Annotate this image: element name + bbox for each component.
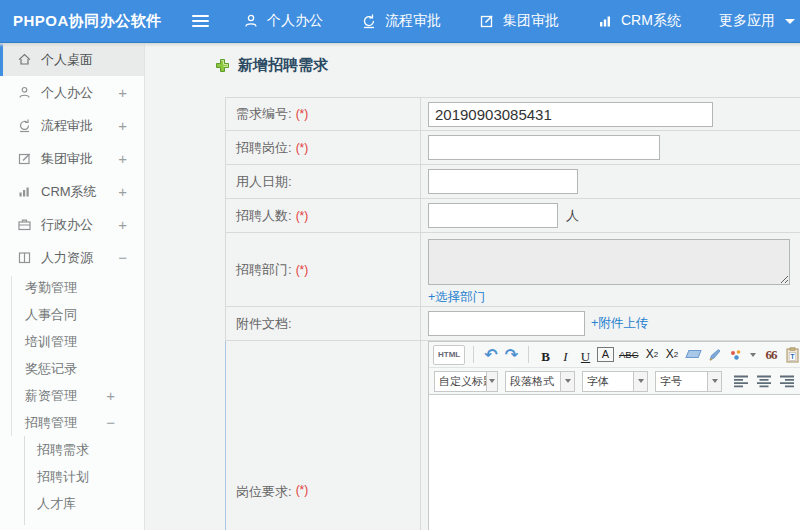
align-center-icon[interactable] [756,374,772,388]
demand-no-input[interactable] [428,102,713,127]
expand-toggle[interactable]: + [118,150,127,167]
underline-button[interactable]: U [577,345,594,365]
sub-item-label: 招聘计划 [37,468,89,486]
sidebar-item-training[interactable]: 培训管理 [0,328,144,355]
page-title: 新增招聘需求 [215,56,328,75]
topnav-group-approval[interactable]: 集团审批 [479,12,559,30]
format-brush-icon[interactable] [706,345,724,365]
sub-item-label: 奖惩记录 [25,360,77,378]
top-nav: 个人办公 流程审批 集团审批 CRM系统 更多应用 [243,12,795,30]
expand-toggle[interactable]: + [106,387,115,404]
align-left-icon[interactable] [733,374,749,388]
expand-toggle[interactable]: + [118,117,127,134]
sub-base: X [666,346,674,363]
caret-down-icon [707,372,721,391]
sidebar: 个人桌面 个人办公 + 流程审批 + 集团审批 + CRM系统 + 行政办公 + [0,43,145,530]
align-right-icon[interactable] [779,374,795,388]
sub-item-label: 招聘需求 [37,441,89,459]
expand-toggle[interactable]: + [118,183,127,200]
font-family-select[interactable]: 字体 [582,371,648,392]
sidebar-item-hr-contract[interactable]: 人事合同 [0,301,144,328]
form-row-position: 招聘岗位: (*) [225,131,800,165]
undo-button[interactable]: ↶ [482,345,499,365]
topnav-more-apps[interactable]: 更多应用 [719,12,795,30]
field-label: 岗位要求: [236,483,292,501]
topnav-crm-system[interactable]: CRM系统 [597,12,681,30]
select-value: 字号 [656,374,707,389]
paste-clipboard-icon[interactable]: T [783,345,800,365]
remove-format-eraser-icon[interactable] [685,350,701,358]
bar-chart-icon [597,13,613,29]
editor-toolbar-row2: 自定义标题 段落格式 字体 字号 [429,368,800,395]
select-department-link[interactable]: +选择部门 [428,289,485,306]
italic-button[interactable]: I [557,345,574,365]
required-mark: (*) [296,107,309,121]
top-bar: PHPOA协同办公软件 个人办公 流程审批 集团审批 CRM系统 [0,0,800,43]
sidebar-item-talent-pool[interactable]: 人才库 [0,490,144,517]
expand-toggle[interactable]: + [118,84,127,101]
attachment-input[interactable] [428,311,585,336]
paragraph-format-select[interactable]: 段落格式 [505,371,575,392]
sidebar-item-crm[interactable]: CRM系统 + [0,175,144,208]
strikethrough-button[interactable]: ABC [617,345,641,365]
collapse-toggle[interactable]: − [118,249,127,266]
sidebar-item-label: 个人桌面 [41,51,93,69]
sidebar-item-recruit-demand[interactable]: 招聘需求 [0,436,144,463]
required-mark: (*) [296,263,309,277]
sidebar-item-rewards[interactable]: 奖惩记录 [0,355,144,382]
form-row-demand-no: 需求编号: (*) [225,97,800,131]
sidebar-item-hr[interactable]: 人力资源 − [0,241,144,274]
hamburger-menu-icon[interactable] [192,15,209,27]
topnav-personal-office[interactable]: 个人办公 [243,12,323,30]
redo-button[interactable]: ↷ [503,345,520,365]
hire-date-input[interactable] [428,169,578,194]
field-label: 需求编号: [236,105,292,123]
caret-down-icon[interactable] [750,353,756,357]
topnav-label: 流程审批 [385,12,441,30]
emoticons-icon[interactable] [727,345,745,365]
expand-toggle[interactable]: + [118,216,127,233]
subscript-button[interactable]: X2 [664,345,681,365]
headcount-input[interactable] [428,203,558,228]
sidebar-item-recruit-plan[interactable]: 招聘计划 [0,463,144,490]
font-size-select[interactable]: 字号 [655,371,722,392]
sidebar-item-process-approval[interactable]: 流程审批 + [0,109,144,142]
sidebar-item-label: 人力资源 [41,249,93,267]
collapse-toggle[interactable]: − [106,414,115,431]
blockquote-button[interactable]: 66 [763,345,780,365]
sup-mark: 2 [654,346,658,363]
bold-button[interactable]: B [537,345,554,365]
recruit-submenu: 招聘需求 招聘计划 人才库 [0,436,144,517]
sidebar-item-recruit-mgmt[interactable]: 招聘管理 − [0,409,144,436]
field-label: 附件文档: [236,315,292,333]
sidebar-item-attendance[interactable]: 考勤管理 [0,274,144,301]
user-icon [243,13,259,29]
editor-content[interactable] [429,395,800,530]
sidebar-item-personal-office[interactable]: 个人办公 + [0,76,144,109]
sidebar-item-admin-office[interactable]: 行政办公 + [0,208,144,241]
sidebar-item-salary[interactable]: 薪资管理 + [0,382,144,409]
html-source-button[interactable]: HTML [433,345,465,365]
font-frame-button[interactable]: A [597,347,614,362]
department-textarea[interactable] [428,239,790,285]
custom-heading-select[interactable]: 自定义标题 [434,371,498,392]
sup-base: X [646,346,654,363]
sub-mark: 2 [674,346,678,363]
rich-text-editor: HTML ↶ ↷ B I U A ABC X2 [428,341,800,530]
sub-item-label: 考勤管理 [25,279,77,297]
caret-down-icon [486,372,497,391]
topnav-label: CRM系统 [621,12,681,30]
topnav-process-approval[interactable]: 流程审批 [361,12,441,30]
topnav-label: 个人办公 [267,12,323,30]
process-icon [17,118,33,133]
sidebar-item-group-approval[interactable]: 集团审批 + [0,142,144,175]
select-value: 字体 [583,374,633,389]
topbar-shadow [0,43,800,47]
superscript-button[interactable]: X2 [644,345,661,365]
sidebar-item-desktop[interactable]: 个人桌面 [0,43,144,76]
position-input[interactable] [428,135,660,160]
topnav-label: 更多应用 [719,12,775,30]
attachment-upload-link[interactable]: +附件上传 [591,315,648,332]
headcount-unit: 人 [566,207,579,225]
form-row-attachment: 附件文档: +附件上传 [225,307,800,341]
